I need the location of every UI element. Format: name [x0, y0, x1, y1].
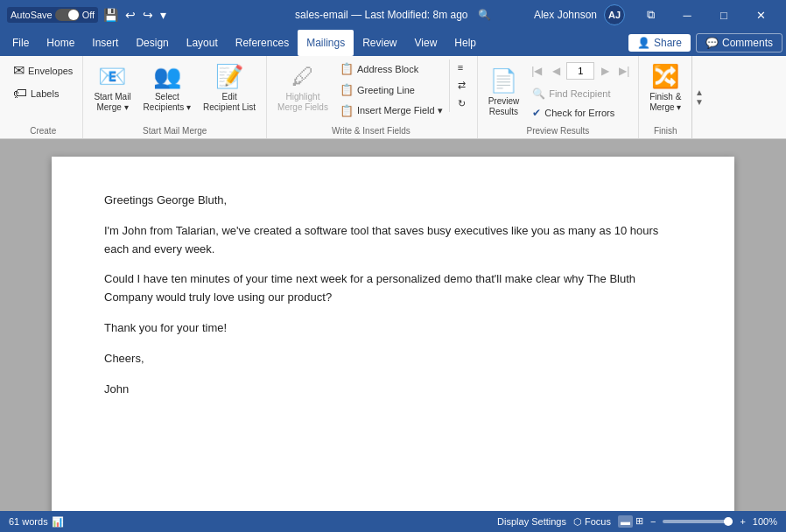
preview-icon: 📄	[489, 67, 517, 94]
ribbon-group-insert-fields: 🖊 HighlightMerge Fields 📋 Address Block …	[267, 56, 478, 138]
mail-merge-group-label: Start Mail Merge	[143, 126, 207, 138]
find-recipient-label: Find Recipient	[549, 88, 610, 99]
share-icon: 👤	[637, 37, 650, 49]
check-errors-label: Check for Errors	[544, 108, 614, 118]
start-mail-merge-button[interactable]: 📧 Start MailMerge ▾	[88, 60, 136, 116]
share-button[interactable]: 👤 Share	[628, 34, 691, 52]
para-greeting: Greetings George Bluth,	[104, 192, 682, 210]
menu-mailings[interactable]: Mailings	[298, 30, 354, 56]
menu-insert[interactable]: Insert	[83, 30, 127, 56]
labels-button[interactable]: 🏷 Labels	[9, 83, 77, 104]
comments-label: Comments	[722, 37, 773, 49]
customize-icon[interactable]: ▾	[160, 8, 166, 22]
check-errors-button[interactable]: ✔ Check for Errors	[528, 104, 633, 122]
undo-icon[interactable]: ↩	[125, 8, 136, 22]
menu-references[interactable]: References	[227, 30, 298, 56]
title-bar-right: Alex Johnson AJ ⧉ ─ □ ✕	[522, 0, 779, 30]
print-layout-icon[interactable]: ▬	[618, 515, 633, 528]
para-thanks: Thank you for your time!	[104, 319, 682, 338]
comments-button[interactable]: 💬 Comments	[696, 33, 782, 52]
focus-icon: ⬡	[573, 516, 582, 527]
rules-button[interactable]: ≡	[453, 60, 470, 75]
record-number-input[interactable]	[566, 62, 594, 80]
menu-help[interactable]: Help	[446, 30, 485, 56]
filename: sales-email	[295, 9, 348, 21]
title-bar-center: sales-email — Last Modified: 8m ago 🔍	[264, 9, 522, 21]
finish-merge-button[interactable]: 🔀 Finish &Merge ▾	[644, 60, 686, 116]
restore-window-button[interactable]: ⧉	[632, 0, 669, 30]
check-errors-icon: ✔	[532, 107, 541, 119]
menu-design[interactable]: Design	[127, 30, 177, 56]
insert-merge-field-button[interactable]: 📋 Insert Merge Field ▾	[335, 102, 447, 120]
user-name: Alex Johnson	[534, 9, 597, 21]
envelopes-label: Envelopes	[28, 66, 73, 76]
nav-controls: |◀ ◀ ▶ ▶|	[528, 62, 633, 80]
autosave-badge[interactable]: AutoSave Off	[7, 7, 98, 23]
create-group-label: Create	[30, 126, 56, 138]
highlight-merge-fields-button[interactable]: 🖊 HighlightMerge Fields	[272, 60, 333, 116]
focus-button[interactable]: ⬡ Focus	[573, 516, 611, 528]
zoom-in-icon[interactable]: +	[740, 516, 745, 527]
envelopes-button[interactable]: ✉ Envelopes	[9, 60, 77, 81]
address-block-label: Address Block	[357, 64, 418, 74]
highlight-icon: 🖊	[291, 63, 314, 90]
greeting-line-icon: 📋	[340, 83, 354, 96]
menu-layout[interactable]: Layout	[178, 30, 227, 56]
status-bar: 61 words 📊 Display Settings ⬡ Focus ▬ ⊞ …	[0, 511, 786, 532]
modified-time: Last Modified: 8m ago	[364, 9, 467, 21]
maximize-button[interactable]: □	[705, 0, 742, 30]
save-icon[interactable]: 💾	[103, 8, 118, 22]
autosave-knob	[68, 10, 79, 20]
match-fields-button[interactable]: ⇄	[453, 77, 470, 94]
zoom-level[interactable]: 100%	[753, 516, 777, 527]
preview-results-button[interactable]: 📄 PreviewResults	[483, 64, 525, 121]
close-button[interactable]: ✕	[742, 0, 779, 30]
ribbon-group-create: ✉ Envelopes 🏷 Labels Create	[4, 56, 83, 138]
finish-icon: 🔀	[651, 63, 679, 90]
menu-view[interactable]: View	[406, 30, 446, 56]
select-recipients-button[interactable]: 👥 SelectRecipients ▾	[138, 60, 196, 116]
web-layout-icon[interactable]: ⊞	[635, 515, 643, 528]
para-intro: I'm John from Talarian, we've created a …	[104, 222, 682, 259]
ribbon-group-finish: 🔀 Finish &Merge ▾ Finish	[639, 56, 691, 138]
update-labels-button[interactable]: ↻	[453, 95, 470, 112]
zoom-thumb	[724, 517, 733, 526]
menu-home[interactable]: Home	[38, 30, 83, 56]
greeting-line-button[interactable]: 📋 Greeting Line	[335, 80, 447, 99]
next-record-button[interactable]: ▶	[596, 62, 614, 80]
finish-buttons: 🔀 Finish &Merge ▾	[644, 60, 686, 124]
minimize-button[interactable]: ─	[669, 0, 705, 30]
para-cheers: Cheers,	[104, 350, 682, 368]
insert-fields-buttons: 🖊 HighlightMerge Fields 📋 Address Block …	[272, 60, 470, 124]
last-record-button[interactable]: ▶|	[615, 62, 633, 80]
greeting-line-label: Greeting Line	[357, 85, 415, 95]
search-icon[interactable]: 🔍	[478, 9, 491, 21]
find-recipient-button[interactable]: 🔍 Find Recipient	[528, 85, 633, 102]
start-merge-icon: 📧	[98, 63, 126, 90]
mail-merge-buttons: 📧 Start MailMerge ▾ 👥 SelectRecipients ▾…	[88, 60, 261, 124]
display-settings-button[interactable]: Display Settings	[497, 516, 566, 527]
create-buttons: ✉ Envelopes 🏷 Labels	[9, 60, 77, 124]
prev-record-button[interactable]: ◀	[547, 62, 565, 80]
recipients-icon: 👥	[153, 63, 181, 90]
preview-group-label: Preview Results	[527, 126, 590, 138]
user-avatar[interactable]: AJ	[604, 4, 625, 25]
edit-recipient-list-button[interactable]: 📝 EditRecipient List	[198, 60, 261, 116]
view-mode-icons: ▬ ⊞	[618, 515, 643, 528]
first-record-button[interactable]: |◀	[528, 62, 545, 80]
redo-icon[interactable]: ↪	[143, 8, 153, 22]
document-area: Greetings George Bluth, I'm John from Ta…	[0, 139, 786, 511]
document-page[interactable]: Greetings George Bluth, I'm John from Ta…	[52, 157, 734, 511]
ribbon: ✉ Envelopes 🏷 Labels Create 📧 Start Mail…	[0, 56, 786, 139]
match-icon: ⇄	[458, 80, 466, 91]
word-count-icon[interactable]: 📊	[52, 516, 64, 528]
address-block-button[interactable]: 📋 Address Block	[335, 60, 447, 78]
insert-field-icon: 📋	[340, 104, 354, 117]
zoom-slider[interactable]	[663, 520, 733, 523]
menu-file[interactable]: File	[4, 30, 38, 56]
menu-review[interactable]: Review	[354, 30, 405, 56]
zoom-out-icon[interactable]: −	[650, 516, 656, 527]
ribbon-scroll-button[interactable]: ▲▼	[691, 56, 705, 138]
para-name: John	[104, 381, 682, 399]
autosave-toggle[interactable]	[55, 9, 80, 21]
